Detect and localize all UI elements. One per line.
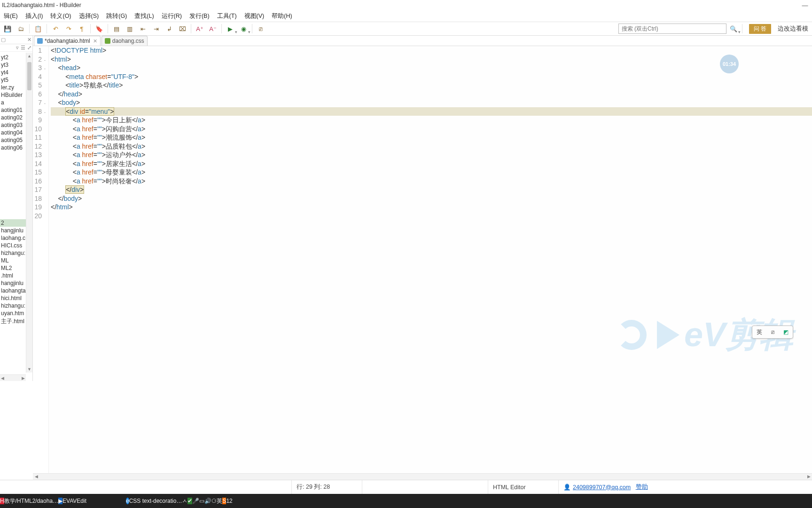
tree-item[interactable]: hici.html (0, 294, 26, 302)
menu-item[interactable]: 插入(I) (22, 11, 47, 22)
tree-item[interactable]: hangjinlu (0, 279, 26, 287)
tab-label: daohang.css (112, 38, 144, 44)
save-icon[interactable]: 💾 (2, 24, 13, 34)
qa-button[interactable]: 问 答 (749, 24, 771, 34)
tree-item[interactable]: hizhangu: (0, 249, 26, 257)
tree-item[interactable]: aoting06 (0, 144, 26, 151)
menu-item[interactable]: 视图(V) (241, 11, 268, 22)
live-preview-button[interactable]: 边改边看模 (774, 24, 812, 34)
taskbar-item[interactable]: eCSS text-decoratio… (126, 498, 182, 504)
clock[interactable]: 12 (226, 498, 232, 504)
file-icon (105, 38, 110, 44)
tree-item[interactable]: aoting04 (0, 129, 26, 136)
mic-icon[interactable]: 🎤 (192, 498, 199, 504)
tree-item-selected[interactable]: 2 (0, 219, 26, 227)
toolbar: 💾 🗂 📋 ↶ ↷ ¶ 🔖 ▤ ▥ ⇤ ⇥ ↲ ⌧ A⁺ A⁻ ▶ ◉ ⎚ 🔍 … (0, 22, 812, 36)
open-icon[interactable]: ▥ (125, 24, 135, 34)
tree-item[interactable]: hizhangu: (0, 302, 26, 310)
status-position: 行: 29 列: 28 (291, 480, 362, 494)
tree-item[interactable]: aoting05 (0, 136, 26, 144)
run-browser2-icon[interactable]: ◉ (238, 24, 249, 34)
tree-item[interactable]: aoting02 (0, 114, 26, 121)
taskbar-item[interactable]: ▶EVAVEdit (58, 498, 86, 504)
indent-right-icon[interactable]: ⇥ (151, 24, 161, 34)
panel-toolbar-icon[interactable]: ▿ (16, 45, 19, 51)
tree-item[interactable]: a (0, 99, 26, 106)
tree-item[interactable]: uyan.htm (0, 310, 26, 317)
menu-item[interactable]: 工具(T) (213, 11, 241, 22)
panel-vscroll[interactable]: ▲▼ (26, 53, 32, 373)
panel-toolbar-icon[interactable]: ☰ (21, 45, 25, 51)
panel-hscroll[interactable]: ◀▶ (0, 374, 26, 381)
code-text[interactable]: <!DOCTYPE html><html> <head> <meta chars… (49, 46, 812, 480)
menu-item[interactable]: 发行(B) (186, 11, 213, 22)
save-all-icon[interactable]: 🗂 (16, 24, 26, 34)
editor-hscroll[interactable]: ◀▶ (33, 473, 812, 480)
tree-item[interactable]: .html (0, 272, 26, 279)
undo-icon[interactable]: ↶ (50, 24, 61, 34)
ime-toolbar[interactable]: 英 ⎚ ◩ (752, 325, 793, 339)
taskbar-item[interactable]: H教学/HTML2/daoha… (0, 497, 58, 505)
wrap-icon[interactable]: ↲ (164, 24, 174, 34)
font-inc-icon[interactable]: A⁺ (195, 24, 205, 34)
format-icon[interactable]: ¶ (77, 24, 87, 34)
app-icon: ▶ (58, 498, 62, 504)
device-icon[interactable]: ⎚ (256, 24, 266, 34)
editor-tab[interactable]: *daohangtaio.html✕ (34, 36, 101, 46)
panel-toolbar-icon[interactable]: ⤢ (27, 45, 31, 51)
tray-caret-icon[interactable]: ㅅ (182, 498, 187, 504)
menu-item[interactable]: 转义(O) (47, 11, 75, 22)
tab-close-icon[interactable]: ✕ (93, 38, 97, 44)
tree-item[interactable]: 主子.html (0, 317, 26, 326)
tree-item[interactable]: aoting03 (0, 121, 26, 129)
search-input[interactable] (618, 24, 726, 34)
titlebar: IL2/daohangtaio.html - HBuilder — (0, 0, 812, 10)
tree-item[interactable]: ML (0, 257, 26, 264)
ime-options-icon[interactable]: ⎚ (771, 329, 774, 335)
ime-indicator[interactable]: 英 (217, 498, 222, 504)
tree-item[interactable]: hangjinlu (0, 227, 26, 234)
redo-icon[interactable]: ↷ (63, 24, 74, 34)
volume-icon[interactable]: 🔊 (204, 498, 211, 504)
window-minimize-button[interactable]: — (798, 2, 812, 9)
tree-item[interactable]: yt2 (0, 54, 26, 61)
tree-item[interactable]: laohang.c (0, 234, 26, 242)
run-browser-icon[interactable]: ▶ (225, 24, 235, 34)
indent-left-icon[interactable]: ⇤ (138, 24, 148, 34)
tree-item[interactable]: yt3 (0, 61, 26, 69)
font-dec-icon[interactable]: A⁻ (208, 24, 218, 34)
bookmark-icon[interactable]: 🔖 (94, 24, 104, 34)
menu-item[interactable]: 选择(S) (75, 11, 103, 22)
tree-item[interactable]: HBuilder (0, 91, 26, 99)
code-area[interactable]: 12-3-4567-8-91011121314151617181920 <!DO… (33, 46, 812, 480)
ime-more-icon[interactable]: ◩ (783, 329, 789, 335)
ime-lang[interactable]: 英 (757, 328, 762, 336)
app-icon: H (0, 498, 4, 504)
status-email[interactable]: 2409899707@qq.com (573, 484, 631, 491)
tree-item[interactable]: ler.zy (0, 84, 26, 91)
taskbar: H教学/HTML2/daoha…▶EVAVEditeCSS text-decor… (0, 494, 812, 508)
battery-icon[interactable]: ▭ (199, 498, 204, 504)
sponsor-link[interactable]: 赞助 (636, 483, 648, 491)
copy-icon[interactable]: 📋 (33, 24, 43, 34)
system-tray[interactable]: ㅅ✔🎤▭🔊⚆英S12 (182, 497, 232, 505)
menu-item[interactable]: 帮助(H) (268, 11, 296, 22)
tree-item[interactable]: yt4 (0, 69, 26, 76)
menu-item[interactable]: 运行(R) (158, 11, 186, 22)
gutter: 12-3-4567-8-91011121314151617181920 (33, 46, 49, 480)
menu-item[interactable]: 辑(E) (0, 11, 22, 22)
tree-item[interactable]: laohangta (0, 287, 26, 294)
tree-item[interactable]: HICI.css (0, 242, 26, 249)
menu-item[interactable]: 跳转(G) (102, 11, 131, 22)
search-go-icon[interactable]: 🔍 (728, 24, 739, 34)
menu-item[interactable]: 查找(L) (131, 11, 157, 22)
wifi-icon[interactable]: ⚆ (211, 498, 217, 504)
tree-item[interactable]: aoting01 (0, 106, 26, 114)
tree-item[interactable]: ML2 (0, 264, 26, 272)
panel-close-icon[interactable]: ✕ (27, 37, 31, 43)
editor-tab[interactable]: daohang.css (102, 36, 148, 46)
tree-item[interactable]: yt5 (0, 76, 26, 84)
comment-icon[interactable]: ⌧ (177, 24, 187, 34)
tray-icon[interactable]: ✔ (187, 498, 192, 504)
new-file-icon[interactable]: ▤ (111, 24, 122, 34)
